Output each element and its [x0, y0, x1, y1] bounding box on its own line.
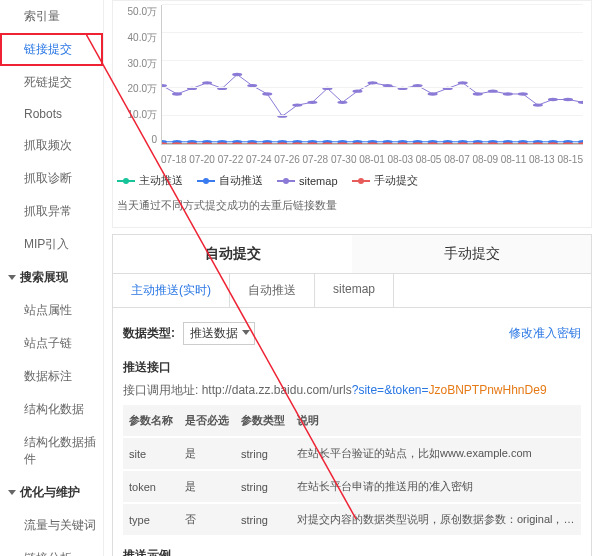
api-url: 接口调用地址: http://data.zz.baidu.com/urls?si… — [123, 382, 581, 399]
legend-auto-push[interactable]: 自动推送 — [197, 173, 263, 188]
chart-panel: 010.0万20.0万30.0万40.0万50.0万 07-1807-2007-… — [112, 0, 592, 228]
legend-swatch-icon — [197, 180, 215, 182]
table-row: token是string在站长平台申请的推送用的准入密钥 — [123, 470, 581, 503]
svg-point-73 — [367, 81, 377, 84]
col-required: 是否必选 — [179, 405, 235, 437]
col-name: 参数名称 — [123, 405, 179, 437]
params-table: 参数名称 是否必选 参数类型 说明 site是string在站长平台验证的站点，… — [123, 405, 581, 537]
svg-point-82 — [503, 92, 513, 95]
sidebar-item-structured-plugin[interactable]: 结构化数据插件 — [0, 426, 103, 476]
table-header-row: 参数名称 是否必选 参数类型 说明 — [123, 405, 581, 437]
api-title: 推送接口 — [123, 359, 581, 376]
sidebar-item-index[interactable]: 索引量 — [0, 0, 103, 33]
sidebar-item-site-sublink[interactable]: 站点子链 — [0, 327, 103, 360]
chart-note: 当天通过不同方式提交成功的去重后链接数量 — [117, 196, 587, 223]
tab-manual-submit[interactable]: 手动提交 — [352, 235, 591, 273]
subtab-auto-push[interactable]: 自动推送 — [230, 274, 315, 307]
legend-active-push[interactable]: 主动推送 — [117, 173, 183, 188]
caret-down-icon — [8, 490, 16, 495]
sidebar-group-search-display[interactable]: 搜索展现 — [0, 261, 103, 294]
submit-subtabs: 主动推送(实时) 自动推送 sitemap — [112, 274, 592, 308]
modify-password-link[interactable]: 修改准入密钥 — [509, 325, 581, 342]
svg-point-86 — [563, 98, 573, 101]
sidebar-group-optimize[interactable]: 优化与维护 — [0, 476, 103, 509]
tab-auto-submit[interactable]: 自动提交 — [113, 235, 352, 273]
chart-plot-area — [161, 5, 583, 145]
sidebar-item-link-analysis[interactable]: 链接分析 — [0, 542, 103, 556]
col-type: 参数类型 — [235, 405, 291, 437]
chart-x-axis: 07-1807-2007-2207-2407-2607-2807-3008-01… — [161, 154, 583, 165]
data-type-select[interactable]: 推送数据 — [183, 322, 255, 345]
legend-swatch-icon — [352, 180, 370, 182]
legend-swatch-icon — [277, 180, 295, 182]
subtab-sitemap[interactable]: sitemap — [315, 274, 394, 307]
svg-point-80 — [473, 92, 483, 95]
sidebar-item-crawl-diag[interactable]: 抓取诊断 — [0, 162, 103, 195]
api-section: 数据类型: 推送数据 修改准入密钥 推送接口 接口调用地址: http://da… — [112, 308, 592, 556]
col-desc: 说明 — [291, 405, 581, 437]
sidebar-item-crawl-error[interactable]: 抓取异常 — [0, 195, 103, 228]
svg-point-77 — [428, 92, 438, 95]
legend-manual[interactable]: 手动提交 — [352, 173, 418, 188]
subtab-active-push[interactable]: 主动推送(实时) — [113, 274, 230, 307]
sidebar-item-deadlink[interactable]: 死链提交 — [0, 66, 103, 99]
main-content: 010.0万20.0万30.0万40.0万50.0万 07-1807-2007-… — [104, 0, 600, 556]
svg-point-85 — [548, 98, 558, 101]
svg-point-84 — [533, 103, 543, 106]
legend-sitemap[interactable]: sitemap — [277, 173, 338, 188]
sidebar-item-site-prop[interactable]: 站点属性 — [0, 294, 103, 327]
svg-point-79 — [458, 81, 468, 84]
sidebar-item-link-submit[interactable]: 链接提交 — [0, 33, 103, 66]
sidebar-item-robots[interactable]: Robots — [0, 99, 103, 129]
sidebar-item-traffic[interactable]: 流量与关键词 — [0, 509, 103, 542]
sidebar: 索引量 链接提交 死链提交 Robots 抓取频次 抓取诊断 抓取异常 MIP引… — [0, 0, 104, 556]
submit-tabs: 自动提交 手动提交 — [112, 234, 592, 274]
svg-point-64 — [232, 73, 242, 76]
svg-point-71 — [337, 101, 347, 104]
sidebar-item-crawl-freq[interactable]: 抓取频次 — [0, 129, 103, 162]
sidebar-item-data-annot[interactable]: 数据标注 — [0, 360, 103, 393]
svg-point-69 — [307, 101, 317, 104]
svg-point-66 — [262, 92, 272, 95]
caret-down-icon — [8, 275, 16, 280]
table-row: site是string在站长平台验证的站点，比如www.example.com — [123, 437, 581, 470]
svg-point-68 — [292, 103, 302, 106]
svg-point-60 — [172, 92, 182, 95]
legend-swatch-icon — [117, 180, 135, 182]
sidebar-item-mip[interactable]: MIP引入 — [0, 228, 103, 261]
example-title: 推送示例 — [123, 547, 581, 556]
sidebar-item-structured[interactable]: 结构化数据 — [0, 393, 103, 426]
chart-y-axis: 010.0万20.0万30.0万40.0万50.0万 — [117, 5, 157, 145]
svg-point-72 — [352, 90, 362, 93]
chart-legend: 主动推送 自动推送 sitemap 手动提交 — [117, 165, 587, 196]
svg-point-83 — [518, 92, 528, 95]
line-chart[interactable]: 010.0万20.0万30.0万40.0万50.0万 07-1807-2007-… — [117, 5, 587, 165]
svg-point-81 — [488, 90, 498, 93]
svg-point-62 — [202, 81, 212, 84]
data-type-label: 数据类型: — [123, 325, 175, 342]
table-row: type否string对提交内容的数据类型说明，原创数据参数：original，… — [123, 503, 581, 536]
